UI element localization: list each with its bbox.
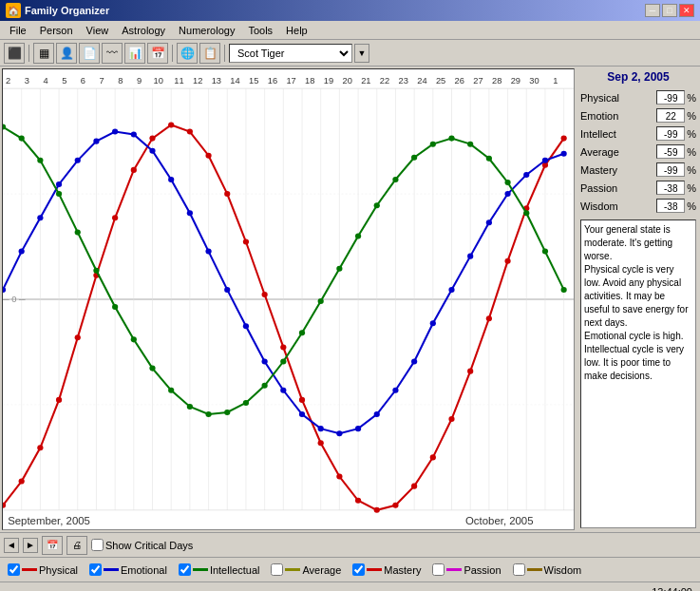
svg-text:─ 0 ─: ─ 0 ─ [3,295,26,304]
critical-days-checkbox[interactable] [91,539,104,551]
svg-point-141 [243,400,249,406]
person-selector[interactable]: Scot Tiger [229,44,352,63]
svg-text:23: 23 [399,76,408,86]
toolbar-btn-4[interactable]: 📄 [79,43,100,64]
passion-pct: % [687,182,696,194]
legend-physical-line [22,568,37,571]
svg-point-143 [280,359,286,365]
dropdown-arrow[interactable]: ▼ [354,44,369,63]
menu-astrology[interactable]: Astrology [116,24,171,37]
svg-point-133 [93,268,99,274]
legend-physical-check[interactable] [8,563,20,576]
toolbar-btn-9[interactable]: 📋 [199,43,220,64]
svg-text:20: 20 [342,76,351,86]
svg-point-83 [318,440,324,446]
svg-point-125 [523,172,529,178]
stat-row-passion: Passion -38 % [580,181,696,195]
menu-person[interactable]: Person [34,24,79,37]
menu-file[interactable]: File [4,24,32,37]
svg-point-139 [205,411,211,417]
svg-point-123 [486,219,492,225]
svg-text:5: 5 [62,76,66,86]
svg-point-152 [448,136,454,142]
toolbar-btn-7[interactable]: 📅 [147,43,168,64]
legend-physical-label: Physical [39,564,78,576]
toolbar-btn-2[interactable]: ▦ [33,43,54,64]
svg-text:9: 9 [137,76,142,86]
svg-point-113 [299,411,305,417]
critical-days-label: Show Critical Days [91,539,193,551]
legend-average-check[interactable] [271,563,283,576]
legend-mastery-check[interactable] [352,563,365,576]
legend-wisdom-label: Wisdom [544,564,582,576]
svg-point-75 [168,122,174,127]
toolbar-btn-1[interactable]: ⬛ [4,43,25,64]
legend-passion-label: Passion [464,564,501,576]
svg-point-103 [112,129,118,135]
svg-text:September, 2005: September, 2005 [8,515,90,526]
svg-point-81 [280,344,286,350]
toolbar-btn-6[interactable]: 📊 [124,43,145,64]
wisdom-value: -38 [656,199,685,213]
average-label: Average [580,146,656,158]
svg-text:7: 7 [100,76,104,86]
svg-text:1: 1 [553,76,558,86]
legend-intellectual-check[interactable] [179,563,191,576]
svg-point-119 [411,359,417,365]
svg-text:2: 2 [6,76,10,86]
menu-help[interactable]: Help [280,24,313,37]
close-button[interactable]: ✕ [679,4,694,17]
svg-text:12: 12 [193,76,202,86]
svg-text:October, 2005: October, 2005 [465,515,534,526]
stat-row-emotion: Emotion 22 % [580,108,696,123]
next-button[interactable]: ► [23,538,38,553]
toolbar-btn-5[interactable]: 〰 [102,43,123,64]
title-bar: 🏠 Family Organizer ─ □ ✕ [0,0,700,21]
stat-row-mastery: Mastery -99 % [580,162,696,177]
svg-point-88 [411,484,417,489]
svg-point-114 [318,426,324,431]
legend-average-line [285,568,300,571]
svg-text:30: 30 [529,76,539,86]
menu-numerology[interactable]: Numerology [173,24,240,37]
passion-label: Passion [580,182,656,194]
maximize-button[interactable]: □ [662,4,677,17]
app-title: Family Organizer [25,5,109,16]
calendar-icon[interactable]: 📅 [42,536,63,555]
svg-text:25: 25 [436,76,445,86]
svg-point-136 [149,366,155,372]
svg-point-127 [561,151,567,157]
prev-button[interactable]: ◄ [4,538,19,553]
svg-point-68 [37,445,43,450]
mastery-value: -99 [656,162,685,177]
svg-point-74 [149,136,155,142]
legend-wisdom-check[interactable] [513,563,525,576]
toolbar-separator-3 [224,45,225,62]
legend-passion-line [446,568,462,571]
legend-emotional-check[interactable] [89,563,102,576]
svg-point-82 [299,397,305,403]
svg-point-78 [224,191,230,197]
stat-row-physical: Physical -99 % [580,90,696,105]
svg-point-89 [430,454,436,460]
svg-text:27: 27 [473,76,482,86]
svg-point-153 [467,142,473,147]
svg-point-147 [355,233,361,238]
minimize-button[interactable]: ─ [645,4,660,17]
svg-point-100 [56,181,62,187]
svg-point-90 [448,416,454,422]
print-icon[interactable]: 🖨 [66,536,87,555]
legend-passion-check[interactable] [432,563,445,576]
svg-text:6: 6 [81,76,85,86]
wisdom-pct: % [687,200,696,212]
svg-point-107 [187,210,193,216]
menu-view[interactable]: View [81,24,115,37]
average-value: -59 [656,144,685,159]
toolbar-btn-8[interactable]: 🌐 [177,43,198,64]
physical-pct: % [687,92,696,104]
toolbar-btn-3[interactable]: 👤 [56,43,77,64]
svg-point-149 [392,177,398,182]
svg-point-69 [56,397,62,403]
svg-point-138 [187,404,193,410]
menu-tools[interactable]: Tools [242,24,278,37]
